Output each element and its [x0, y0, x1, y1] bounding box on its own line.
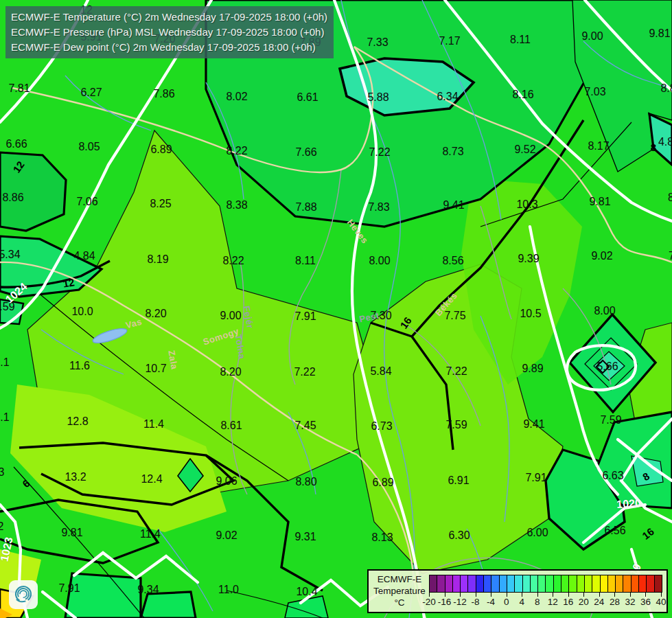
contour-value-label: 8 — [640, 470, 651, 483]
dewpoint-value-label: 6.89 — [372, 477, 393, 489]
dewpoint-value-label: 8.13 — [371, 531, 393, 544]
legend-tick-value: -4 — [487, 597, 495, 607]
dewpoint-value-label: 7.59 — [445, 419, 467, 431]
dewpoint-value-label: 13.2 — [65, 471, 86, 483]
dewpoint-value-label: 9.02 — [216, 529, 237, 542]
dewpoint-value-label: 6.56 — [604, 525, 625, 537]
dewpoint-value-label: 8.81 — [660, 82, 672, 95]
county-name-label: Heves — [345, 217, 371, 245]
dewpoint-value-label: 9.52 — [514, 144, 535, 156]
dewpoint-value-label: 7.75 — [444, 310, 465, 322]
dewpoint-value-label: 7.91 — [525, 472, 546, 484]
header-line-temperature: ECMWF-E Temperature (°C) 2m Wednesday 17… — [11, 10, 328, 25]
legend-color-cell — [554, 575, 561, 592]
legend-tick-value: -8 — [472, 597, 480, 607]
dewpoint-value-label: 8.11 — [510, 34, 531, 46]
dewpoint-value-label: 2 — [0, 520, 3, 533]
contour-value-label: 12 — [10, 159, 26, 174]
dewpoint-value-label: 9.41 — [523, 418, 544, 431]
legend-color-cell — [569, 575, 577, 592]
legend-color-cell — [561, 575, 569, 592]
legend-color-cell — [461, 575, 468, 592]
legend-tick-value: -20 — [422, 597, 436, 607]
county-name-label: Zala — [166, 350, 180, 370]
legend-tick-value: 12 — [548, 597, 558, 607]
legend-tick-value: 36 — [640, 597, 651, 607]
dewpoint-value-label: 10.0 — [71, 306, 93, 318]
legend-tick-value: 40 — [656, 597, 666, 607]
dewpoint-value-label: 8.80 — [295, 476, 316, 488]
legend-color-cell — [538, 575, 546, 592]
dewpoint-value-label: 7.91 — [294, 310, 316, 323]
dewpoint-value-label: 9.06 — [216, 475, 237, 488]
legend-color-cell — [453, 575, 461, 592]
legend-tick-value: 0 — [504, 597, 509, 607]
dewpoint-value-label: 11.4 — [140, 528, 161, 540]
legend-title-unit: °C — [370, 597, 429, 608]
dewpoint-value-label: 8.11 — [295, 255, 316, 267]
legend-color-cell — [616, 575, 623, 592]
dewpoint-value-label: 8.20 — [145, 308, 166, 320]
contour-value-label: 8 — [651, 141, 656, 153]
dewpoint-value-label: 7.86 — [153, 88, 174, 100]
dewpoint-value-label: 4.8 — [658, 136, 672, 148]
dewpoint-value-label: 6.66 — [5, 138, 27, 150]
legend-color-cell — [491, 575, 499, 592]
dewpoint-value-label: 7.88 — [295, 201, 316, 214]
dewpoint-value-label: 9.00 — [220, 310, 241, 322]
dewpoint-value-label: 10.1 — [0, 356, 10, 369]
legend-tick-value: 32 — [625, 597, 635, 607]
dewpoint-value-label: 5.88 — [367, 91, 389, 104]
dewpoint-value-label: 7.22 — [445, 365, 467, 378]
legend-tick-value: 20 — [579, 597, 589, 607]
isobar-value-label: 1023 — [0, 536, 16, 563]
dewpoint-value-label: 3 — [0, 466, 4, 479]
dewpoint-value-label: 7.17 — [439, 35, 460, 47]
contour-value-label: 16 — [397, 314, 413, 330]
dewpoint-value-label: 8.25 — [150, 198, 171, 210]
legend-color-cell — [531, 575, 538, 592]
dewpoint-value-label: 6.73 — [371, 420, 392, 433]
logo-swirl-icon — [12, 583, 35, 606]
dewpoint-value-label: 8.17 — [588, 140, 609, 152]
legend-tick-value: -16 — [438, 597, 452, 607]
legend-color-cell — [632, 575, 639, 592]
legend-color-cell — [523, 575, 531, 592]
legend-color-cell — [655, 575, 662, 592]
map-labels-layer: 125.917.207.897.337.178.119.009.817.816.… — [0, 0, 672, 618]
isobar-value-label: 1020 — [616, 497, 641, 511]
legend-color-cell — [577, 575, 585, 592]
legend-tick-value: -12 — [453, 597, 467, 607]
dewpoint-value-label: 9.41 — [443, 199, 464, 211]
dewpoint-value-label: 7.22 — [294, 366, 315, 378]
dewpoint-value-label: 11.6 — [69, 360, 90, 372]
dewpoint-value-label: 7.83 — [368, 201, 389, 214]
dewpoint-value-label: 6.00 — [526, 527, 548, 539]
dewpoint-value-label: 8.61 — [220, 420, 242, 432]
legend-color-cell — [546, 575, 553, 592]
dewpoint-value-label: 8.22 — [222, 255, 244, 267]
dewpoint-value-label: 8.02 — [226, 91, 247, 103]
county-name-label: Tolna — [233, 334, 247, 360]
provider-logo — [9, 580, 38, 609]
forecast-header: ECMWF-E Temperature (°C) 2m Wednesday 17… — [5, 6, 334, 58]
dewpoint-value-label: 8.56 — [442, 255, 463, 267]
county-name-label: Pest — [358, 310, 380, 325]
weather-map-page: 125.917.207.897.337.178.119.009.817.816.… — [0, 0, 672, 618]
dewpoint-value-label: 7.06 — [76, 196, 97, 208]
legend-color-cell — [445, 575, 453, 592]
dewpoint-value-label: 11.0 — [218, 584, 239, 596]
dewpoint-value-label: 9.81 — [649, 27, 670, 40]
dewpoint-value-label: 8.19 — [147, 253, 168, 266]
dewpoint-value-label: 8.22 — [226, 145, 247, 157]
dewpoint-value-label: 8.38 — [226, 199, 247, 211]
dewpoint-value-label: 8.05 — [78, 141, 100, 153]
legend-tick-value: 8 — [535, 597, 540, 607]
dewpoint-value-label: 12.8 — [67, 415, 88, 428]
dewpoint-value-label: 9.39 — [518, 253, 539, 265]
dewpoint-value-label: 7.9 — [669, 250, 672, 262]
header-line-dewpoint: ECMWF-E Dew point (°C) 2m Wednesday 17-0… — [11, 40, 328, 55]
dewpoint-value-label: 6.89 — [150, 144, 172, 156]
dewpoint-value-label: 7.91 — [58, 582, 80, 595]
legend-title-model: ECMWF-E — [370, 573, 429, 585]
